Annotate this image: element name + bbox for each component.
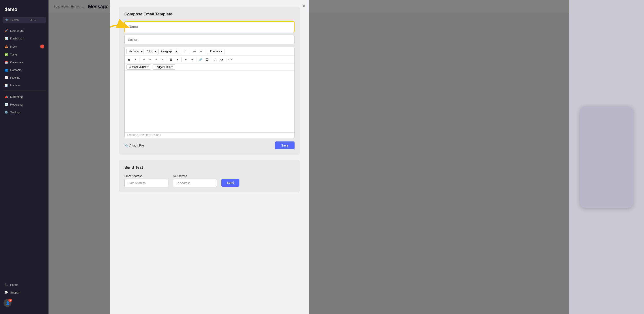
align-left-button[interactable]: ≡ [141,57,147,62]
from-address-field: From Address [124,174,168,187]
code-button[interactable]: </> [227,57,233,62]
sidebar-item-support[interactable]: 💬 Support [0,289,48,296]
redo-button[interactable]: ↪ [198,48,204,54]
sidebar-item-contacts[interactable]: 👥 Contacts [0,66,48,74]
custom-values-button[interactable]: Custom Values ▾ [126,64,151,70]
calendar-icon: 📅 [4,61,8,64]
link-button[interactable]: 🔗 [198,57,204,62]
image-button[interactable]: 🖼 [204,57,210,62]
toolbar-divider-4 [140,57,140,62]
sidebar-item-inbox[interactable]: 📥 Inbox [0,42,48,51]
send-test-section: Send Test From Address To Address Send [119,160,300,192]
sidebar-item-settings[interactable]: ⚙️ Settings [0,108,48,116]
to-address-label: To Address [173,174,217,178]
trigger-links-button[interactable]: Trigger Links ▾ [153,64,175,70]
phone-preview [580,106,633,208]
sidebar-item-calendars[interactable]: 📅 Calendars [0,58,48,66]
sidebar-item-reporting[interactable]: 📉 Reporting [0,101,48,108]
from-address-label: From Address [124,174,168,178]
modal-close-button[interactable]: × [302,3,305,8]
toolbar-divider-5 [167,57,167,62]
bg-color-button[interactable]: A▾ [219,57,224,62]
bold-button[interactable]: B [126,57,132,62]
formats-chevron-icon: ▾ [221,50,222,53]
sidebar-item-phone[interactable]: 📞 Phone [0,281,48,289]
editor-body[interactable] [124,71,294,132]
undo-button[interactable]: ↩ [192,48,197,54]
custom-values-chevron-icon: ▾ [147,65,148,68]
marketing-icon: 📣 [4,95,8,98]
search-icon: 🔍 [5,18,8,21]
phone-icon: 📞 [4,283,8,287]
sidebar-item-launchpad[interactable]: 🚀 Launchpad [0,27,48,34]
editor-toolbar-row1: Verdana 11pt Paragraph I ↩ ↪ [124,47,294,56]
rocket-icon: 🚀 [4,29,8,32]
send-test-button[interactable]: Send [221,179,240,187]
pipeline-icon: 📈 [4,76,8,79]
toolbar-divider-7 [196,57,196,62]
settings-icon: ⚙️ [4,111,8,114]
toolbar-divider-3 [206,49,206,53]
toolbar-divider-6 [182,57,182,62]
italic-btn2[interactable]: I [132,57,138,62]
tasks-icon: ✅ [4,53,8,56]
modal-container: × Compose Email Template [110,0,309,314]
to-address-field: To Address [173,174,217,187]
align-center-button[interactable]: ≡ [147,57,153,62]
font-size-select[interactable]: 11pt [145,49,158,54]
toolbar-divider-2 [190,49,190,53]
template-name-input[interactable] [124,21,294,32]
subject-input[interactable] [124,35,294,44]
sidebar-item-tasks[interactable]: ✅ Tasks [0,51,48,58]
sidebar: demo 🔍 281 x 🚀 Launchpad 📊 Dashboard 📥 I… [0,0,48,314]
attach-file-button[interactable]: 📎 Attach File [124,144,144,147]
editor-footer: 0 WORDS POWERED BY TINY [124,132,294,138]
italic-button[interactable]: I [182,48,188,54]
avatar[interactable]: 👤 5 [4,299,12,307]
compose-section: Compose Email Template [119,6,300,155]
inbox-badge [40,44,44,48]
sidebar-item-invoices[interactable]: 🧾 Invoices [0,81,48,89]
save-button[interactable]: Save [275,141,294,149]
sidebar-search-container[interactable]: 🔍 281 x [3,17,46,23]
email-editor: Verdana 11pt Paragraph I ↩ ↪ [124,47,294,138]
toolbar-divider-9 [226,57,226,62]
compose-actions: 📎 Attach File Save [124,141,294,149]
paragraph-style-select[interactable]: Paragraph [158,49,178,54]
sidebar-item-marketing[interactable]: 📣 Marketing [0,93,48,101]
sidebar-item-dashboard[interactable]: 📊 Dashboard [0,34,48,42]
app-logo: demo [0,4,48,17]
outdent-button[interactable]: ⇤ [183,57,189,62]
list-type-button[interactable]: ▾ [174,57,180,62]
font-family-select[interactable]: Verdana [126,49,144,54]
to-address-input[interactable] [173,179,217,187]
toolbar-divider-8 [211,57,211,62]
formats-button[interactable]: Formats ▾ [208,49,224,54]
dashboard-icon: 📊 [4,37,8,40]
editor-toolbar-row2: B I ≡ ≡ ≡ ≡ ☰ ▾ ⇤ ⇥ 🔗 [124,56,294,63]
indent-button[interactable]: ⇥ [189,57,195,62]
font-color-button[interactable]: A [212,57,218,62]
from-address-input[interactable] [124,179,168,187]
paperclip-icon: 📎 [124,144,128,147]
inbox-icon: 📥 [4,45,8,48]
search-count: 281 x [30,19,36,21]
reporting-icon: 📉 [4,103,8,106]
main-content: Send Flows / Emails / ... Message Templa… [48,0,644,314]
avatar-badge: 5 [8,299,12,302]
invoices-icon: 🧾 [4,84,8,87]
align-right-button[interactable]: ≡ [154,57,159,62]
compose-title: Compose Email Template [124,12,294,16]
sidebar-item-pipeline[interactable]: 📈 Pipeline [0,74,48,81]
right-panel [569,0,644,314]
address-row: From Address To Address Send [124,174,294,187]
support-icon: 💬 [4,291,8,294]
contacts-icon: 👥 [4,68,8,72]
name-input-wrapper [124,21,294,32]
align-justify-button[interactable]: ≡ [160,57,165,62]
sidebar-search-input[interactable] [10,18,28,21]
trigger-links-chevron-icon: ▾ [171,65,173,68]
list-button[interactable]: ☰ [168,57,174,62]
send-test-title: Send Test [124,165,294,170]
editor-toolbar-row3: Custom Values ▾ Trigger Links ▾ [124,63,294,71]
